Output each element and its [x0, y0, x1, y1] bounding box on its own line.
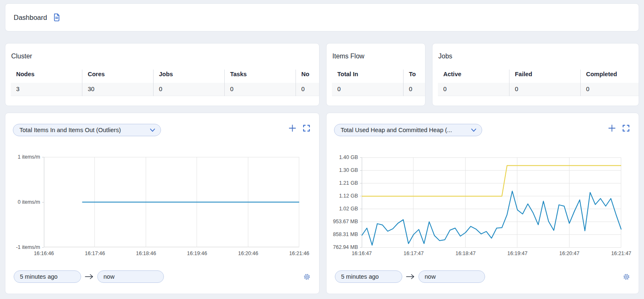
x-axis-label: 16:21:46: [285, 251, 314, 256]
x-axis-label: 16:18:46: [132, 251, 161, 256]
gear-icon[interactable]: [303, 273, 311, 281]
plot-area: [44, 157, 299, 247]
stat-col-completed: Completed 0: [580, 70, 639, 96]
stat-col-clipped: No 0: [296, 70, 320, 96]
page-header: Dashboard: [5, 3, 639, 31]
jobs-card-title: Jobs: [438, 53, 639, 60]
stat-value: 0: [438, 83, 509, 96]
x-axis-label: 16:17:47: [399, 251, 428, 256]
stat-col-tasks: Tasks 0: [224, 70, 296, 96]
time-from-input[interactable]: [14, 270, 81, 283]
x-axis-label: 16:17:46: [80, 251, 109, 256]
items-flow-card: Items Flow Total In 0 To 0: [326, 43, 425, 106]
cluster-card: Cluster Nodes 3 Cores 30 Jobs 0 Tasks 0: [5, 43, 320, 106]
stat-label: Cores: [82, 70, 153, 83]
x-axis-label: 16:18:47: [451, 251, 480, 256]
stat-label: Jobs: [154, 70, 224, 83]
stat-col-total-out-clipped: To 0: [403, 70, 425, 96]
x-axis-label: 16:19:46: [183, 251, 211, 256]
items-flow-card-title: Items Flow: [332, 53, 425, 60]
y-axis-label: 1.02 GB: [327, 206, 358, 212]
stat-col-cores: Cores 30: [82, 70, 153, 96]
page-title: Dashboard: [14, 14, 47, 22]
stat-label: Tasks: [225, 70, 296, 83]
charts-row: Total Items In and Items Out (Outliers) …: [5, 113, 639, 294]
chart-footer-heap: [335, 270, 630, 283]
x-axis-label: 16:19:47: [503, 251, 532, 256]
y-axis-label: -1 items/m: [5, 244, 40, 250]
jobs-stats-table: Active 0 Failed 0 Completed 0: [438, 70, 639, 96]
stat-label: Failed: [509, 70, 580, 83]
y-axis-label: 1 items/m: [5, 154, 40, 160]
document-icon: [53, 13, 61, 22]
y-axis-label: 762.94 MB: [327, 244, 358, 250]
stat-label: Nodes: [11, 70, 82, 83]
stat-label: Completed: [581, 70, 639, 83]
stat-value: 0: [332, 83, 403, 96]
chart-panel-items: Total Items In and Items Out (Outliers) …: [5, 113, 320, 294]
time-to-input[interactable]: [418, 270, 485, 283]
plot-area: [362, 157, 621, 247]
stat-value: 3: [11, 83, 82, 96]
arrow-right-icon: [406, 274, 415, 280]
stat-label: Total In: [332, 70, 403, 83]
items-chart: 1 items/m0 items/m-1 items/m16:16:4616:1…: [5, 113, 319, 294]
x-axis-label: 16:20:47: [555, 251, 584, 256]
stat-value: 0: [225, 83, 296, 96]
stats-row: Cluster Nodes 3 Cores 30 Jobs 0 Tasks 0: [5, 43, 639, 106]
chart-footer-items: [14, 270, 311, 283]
x-axis-label: 16:21:47: [607, 251, 636, 256]
y-axis-label: 858.31 MB: [327, 231, 358, 237]
stat-value: 0: [296, 83, 320, 96]
time-to-input[interactable]: [97, 270, 164, 283]
stat-value: 30: [82, 83, 153, 96]
time-from-input[interactable]: [335, 270, 402, 283]
stat-label: To: [404, 70, 425, 83]
stat-col-failed: Failed 0: [509, 70, 580, 96]
x-axis-label: 16:16:47: [347, 251, 376, 256]
y-axis-label: 953.67 MB: [327, 219, 358, 224]
x-axis-label: 16:16:46: [29, 251, 58, 256]
stat-col-total-in: Total In 0: [332, 70, 403, 96]
x-axis-label: 16:20:46: [234, 251, 263, 256]
y-axis-label: 1.30 GB: [327, 167, 358, 173]
stat-col-active: Active 0: [438, 70, 509, 96]
stat-value: 0: [154, 83, 224, 96]
cluster-card-title: Cluster: [11, 53, 319, 60]
stat-col-nodes: Nodes 3: [11, 70, 82, 96]
cluster-stats-table: Nodes 3 Cores 30 Jobs 0 Tasks 0 No 0: [11, 70, 319, 96]
heap-chart: 1.40 GB1.30 GB1.21 GB1.12 GB1.02 GB953.6…: [327, 113, 639, 294]
jobs-card: Jobs Active 0 Failed 0 Completed 0: [432, 43, 639, 106]
items-flow-stats-table: Total In 0 To 0: [332, 70, 425, 96]
dashboard-page: Dashboard Cluster Nodes 3 Cores 30: [0, 0, 644, 299]
y-axis-label: 1.12 GB: [327, 193, 358, 199]
chart-panel-heap: Total Used Heap and Committed Heap (... …: [326, 113, 639, 294]
series-line: [362, 191, 621, 245]
series-line: [362, 166, 621, 196]
gear-icon[interactable]: [622, 273, 630, 281]
y-axis-label: 0 items/m: [5, 199, 40, 205]
arrow-right-icon: [85, 274, 94, 280]
stat-value: 0: [581, 83, 639, 96]
stat-value: 0: [509, 83, 580, 96]
stat-col-jobs: Jobs 0: [153, 70, 224, 96]
stat-label: No: [296, 70, 320, 83]
stat-label: Active: [438, 70, 509, 83]
y-axis-label: 1.40 GB: [327, 154, 358, 160]
y-axis-label: 1.21 GB: [327, 180, 358, 186]
stat-value: 0: [404, 83, 425, 96]
